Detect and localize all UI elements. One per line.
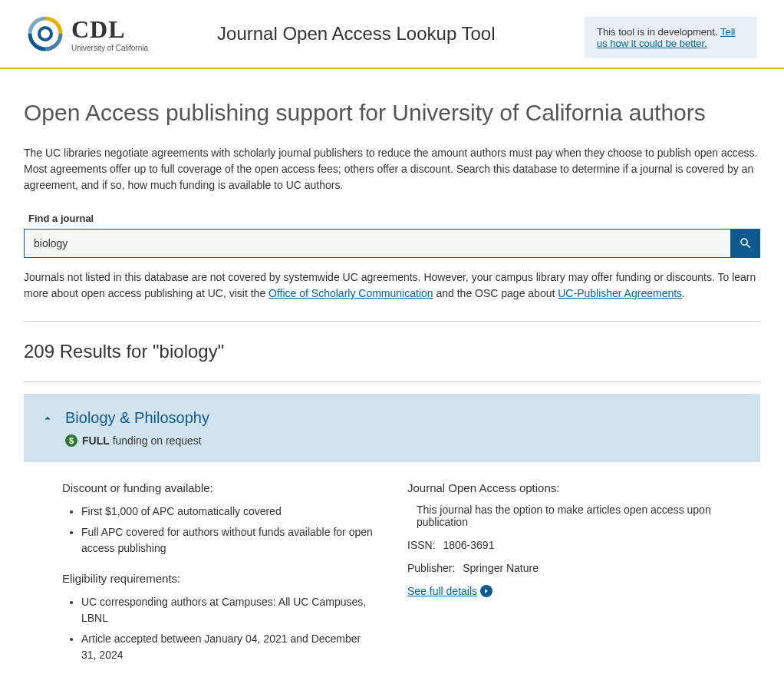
- see-details-link[interactable]: See full details: [407, 585, 492, 597]
- page-title: Open Access publishing support for Unive…: [24, 100, 760, 126]
- result-title: Biology & Philosophy: [65, 409, 209, 427]
- publisher-label: Publisher:: [407, 562, 455, 574]
- divider: [24, 382, 760, 382]
- search-label: Find a journal: [24, 213, 760, 224]
- discount-title: Discount or funding available:: [62, 481, 377, 494]
- issn-value: 1806-3691: [443, 539, 494, 551]
- svg-point-0: [39, 28, 51, 40]
- eligibility-title: Eligibility requirements:: [62, 572, 377, 585]
- results-heading: 209 Results for "biology": [24, 341, 760, 362]
- cdl-swirl-icon: [27, 15, 64, 52]
- logo-main-text: CDL: [71, 15, 148, 44]
- intro-text: The UC libraries negotiate agreements wi…: [24, 145, 760, 193]
- dev-notice: This tool is in development. Tell us how…: [585, 17, 757, 58]
- app-title: Journal Open Access Lookup Tool: [217, 23, 495, 45]
- dev-notice-text: This tool is in development.: [597, 26, 720, 38]
- issn-label: ISSN:: [407, 539, 436, 551]
- result-header[interactable]: Biology & Philosophy $ FULL funding on r…: [24, 394, 760, 462]
- list-item: UC corresponding authors at Campuses: Al…: [81, 594, 377, 626]
- search-button[interactable]: [731, 229, 760, 258]
- oa-title: Journal Open Access options:: [407, 481, 722, 494]
- logo-sub-text: University of California: [71, 44, 148, 52]
- arrow-right-icon: [480, 585, 492, 597]
- search-input[interactable]: [24, 229, 731, 258]
- divider: [24, 321, 760, 322]
- result-body: Discount or funding available: First $1,…: [24, 462, 760, 697]
- dollar-icon: $: [65, 434, 77, 447]
- result-card: Biology & Philosophy $ FULL funding on r…: [24, 394, 760, 697]
- uc-pub-link[interactable]: UC-Publisher Agreements: [558, 287, 682, 299]
- app-header: CDL University of California Journal Ope…: [0, 0, 784, 69]
- search-note: Journals not listed in this database are…: [24, 269, 760, 302]
- list-item: Full APC covered for authors without fun…: [81, 524, 377, 557]
- search-section: Find a journal: [24, 213, 760, 258]
- publisher-value: Springer Nature: [463, 562, 539, 574]
- chevron-up-icon: [41, 411, 54, 425]
- oa-text: This journal has the option to make arti…: [407, 504, 722, 528]
- search-icon: [739, 236, 753, 250]
- logo[interactable]: CDL University of California: [27, 15, 148, 52]
- osc-link[interactable]: Office of Scholarly Communication: [268, 287, 433, 299]
- list-item: Article accepted between January 04, 202…: [81, 631, 377, 663]
- list-item: First $1,000 of APC automatically covere…: [81, 504, 377, 520]
- funding-text: FULL funding on request: [82, 434, 202, 447]
